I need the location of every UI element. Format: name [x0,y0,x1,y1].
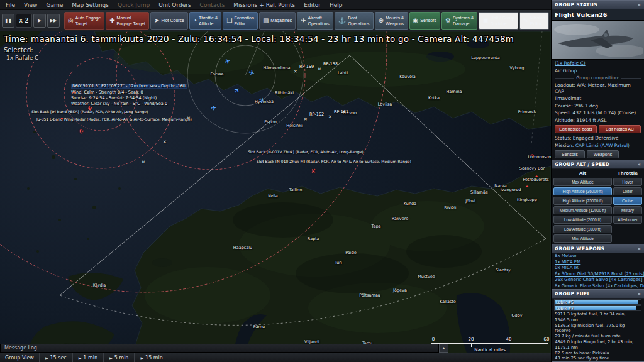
toolbar-button-label: Manual [117,15,145,21]
unit-icon[interactable] [534,170,539,182]
group-alt-speed-header[interactable]: GROUP ALT / SPEED« [552,160,644,169]
weapon-link[interactable]: 8x Generic Flare Salvo [4x Cartridges, D… [552,283,644,290]
collapse-icon: « [638,3,641,8]
throttle-preset-button[interactable]: Loiter [613,187,642,195]
cmo-window: FileViewGameMap SettingsQuick JumpUnit O… [0,0,644,362]
toolbar-button[interactable]: ⊕ Mounts &Weapons [375,12,408,30]
toolbar-button-label2: Engage Target [117,21,145,26]
x-mark[interactable]: ✕ [163,140,167,145]
weapon-link[interactable]: 8x Meteor [552,253,644,260]
toolbar-button[interactable]: ▣ Unit / GroupDoctrine [479,12,518,30]
toolbar-button[interactable]: ◔ Throttle &Altitude [189,12,221,30]
altitude-preset-button[interactable]: Medium Altitude (12000 ft) [553,206,612,214]
fuel-detail-line: 5136.3 kg mission fuel, 775.0 kg reserve [552,323,644,334]
map-viewport[interactable]: Time: maanantai 6. tammikuuta 2020 - Zul… [0,31,551,362]
city-label: Kotka [428,96,440,101]
throttle-column-label: Throttle [613,170,642,177]
throttle-preset-button[interactable]: Cruise [613,197,642,205]
weapon-link[interactable]: 26x Generic Chaff Salvo [4x Cartridges] [552,277,644,283]
menu-item[interactable]: View [19,0,42,10]
altitude-preset-button[interactable]: High Altitude (36000 ft) [553,187,612,195]
city-label: Kingisepp [517,197,537,202]
time-step-button[interactable]: 1 min [73,353,104,362]
menu-item[interactable]: File [1,0,19,10]
tooltip-line: N60°59'01.5" E21°03'27" - 12m from sea -… [71,84,187,89]
map-cursor-tooltip: N60°59'01.5" E21°03'27" - 12m from sea -… [71,78,222,107]
unit-icon[interactable] [211,101,216,113]
mission-link[interactable]: CAP Länsi (AAW Patrol) [575,143,630,148]
menu-item[interactable]: Help [325,0,347,10]
menu-item[interactable]: Missions + Ref. Points [229,0,299,10]
unit-icon[interactable] [225,55,230,67]
altitude-preset-button[interactable]: Low Altitude (2000 ft) [553,216,612,224]
unit-icon[interactable] [258,94,264,106]
unit-icon[interactable] [86,101,92,113]
throttle-preset-button[interactable]: Afterburner [613,216,642,224]
menu-item[interactable]: Quick Jump [113,0,154,10]
time-step-button[interactable]: 15 min [135,353,169,362]
altitude-preset-button[interactable]: Max Altitude [553,178,612,186]
toolbar-button[interactable]: ⚓ BoatOperations [335,12,374,30]
group-status-header[interactable]: GROUP STATUS« [552,0,644,9]
weapon-link[interactable]: 1x MICA EM [552,260,644,266]
reference-point-label[interactable]: RP-158 [323,62,338,67]
toolbar-button[interactable]: ✈ AircraftOperations [297,12,333,30]
group-view-button[interactable]: Group View [3,353,40,362]
toolbar-button[interactable]: ▤ Magazines [259,12,296,30]
weapon-link[interactable]: 0x MICA IR [552,265,644,272]
unit-icon[interactable] [77,124,83,136]
menu-item[interactable]: Unit Orders [154,0,195,10]
altitude-preset-button[interactable]: Low Altitude (1000 ft) [553,225,612,233]
x-mark[interactable]: ✕ [187,116,191,121]
pause-button[interactable]: ❚❚ [2,14,14,28]
unit-icon[interactable] [310,164,316,176]
toolbar-button[interactable]: ✎ MissionEditor [519,12,549,30]
menu-item[interactable]: Game [42,0,67,10]
message-log-expand-button[interactable]: ▲ [439,344,448,353]
toolbar-button-label: Mounts & [386,15,404,21]
unit-link[interactable]: (1x Rafale C) [555,60,586,66]
altitude-preset-button[interactable]: Min. Altitude [553,234,612,243]
toolbar-button-icon: ⚓ [338,17,346,24]
toolbar-button[interactable]: ❏ FormationEditor [223,12,257,30]
x-mark[interactable]: ✕ [142,160,145,165]
toolbar-button[interactable]: ➤ Plot Course [150,12,188,30]
reference-point-label[interactable]: RP-161 [334,109,348,114]
toolbar-button[interactable]: ✚ ManualEngage Target [106,12,149,30]
toolbar-button[interactable]: ◉ Sensors [409,12,440,30]
message-log-bar[interactable]: Message Log [0,344,439,353]
sensors-button[interactable]: Sensors [555,150,585,158]
fast-forward-button[interactable]: ▶▶ [47,14,60,28]
unit-icon[interactable] [59,112,64,124]
time-step-button[interactable]: 5 min [104,353,135,362]
weapon-link[interactable]: 6x 30mm Giat 30/M791B Burst [25 rnds] [552,272,644,278]
unit-icon[interactable] [525,180,530,192]
x-mark[interactable]: ✕ [304,117,308,122]
toolbar-button[interactable]: ⚙ Systems &Damage [441,12,477,30]
toolbar-button[interactable]: ◎ Auto EngageTarget [64,12,104,30]
weapons-button[interactable]: Weapons [587,150,619,158]
x-mark[interactable]: ✕ [318,67,321,72]
unit-icon[interactable] [234,84,240,96]
altitude-preset-button[interactable]: High Altitude (25000 ft) [553,197,612,205]
x-mark[interactable]: ✕ [328,114,332,119]
unit-icon[interactable] [72,86,77,98]
throttle-preset-button[interactable]: Military [613,206,642,214]
time-compression-display[interactable]: x 2 [16,14,32,28]
x-mark[interactable]: ✕ [294,69,297,74]
reference-point-label[interactable]: RP-162 [309,112,324,117]
throttle-preset-button[interactable]: Hover [613,178,642,186]
reference-point-label[interactable]: RP-159 [299,64,314,69]
unit-icon[interactable] [248,66,254,78]
menu-item[interactable]: Map Settings [67,0,113,10]
unit-icon[interactable] [530,149,535,161]
edit-hosted-boats-button[interactable]: Edit hosted boats [555,125,597,133]
edit-hosted-ac-button[interactable]: Edit hosted AC [599,125,641,133]
group-weapons-header[interactable]: GROUP WEAPONS« [552,244,644,253]
time-step-button[interactable]: 15 sec [40,353,73,362]
menu-item[interactable]: Contacts [196,0,230,10]
play-button[interactable]: ▶ [33,14,46,28]
menu-item[interactable]: Editor [299,0,325,10]
group-fuel-header[interactable]: GROUP FUEL« [552,289,644,299]
selected-unit[interactable]: 1x Rafale C [6,55,38,61]
